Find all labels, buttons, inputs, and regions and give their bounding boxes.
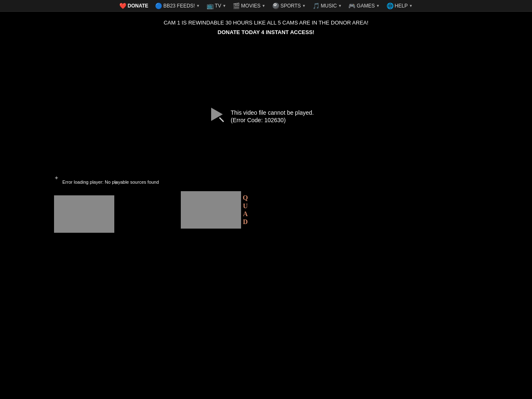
music-icon: 🎵 bbox=[313, 2, 320, 9]
help-arrow: ▼ bbox=[409, 4, 413, 8]
thumb1-icon-left: ✦ bbox=[54, 175, 59, 181]
bb23-nav-item[interactable]: 🔵 BB23 FEEDS! ▼ bbox=[153, 2, 202, 10]
thumbnail1-image[interactable] bbox=[54, 195, 114, 233]
navigation-bar: ❤️ DONATE 🔵 BB23 FEEDS! ▼ 📺 TV ▼ 🎬 MOVIE… bbox=[0, 0, 532, 12]
tv-nav-item[interactable]: 📺 TV ▼ bbox=[204, 2, 229, 10]
sports-nav-item[interactable]: 🎱 SPORTS ▼ bbox=[270, 2, 308, 10]
tv-label: TV bbox=[215, 3, 221, 9]
promo-line1: CAM 1 IS REWINDABLE 30 HOURS LIKE ALL 5 … bbox=[164, 18, 369, 27]
donate-label: DONATE bbox=[128, 3, 148, 9]
quad-q: Q bbox=[243, 194, 249, 202]
bb23-arrow: ▼ bbox=[196, 4, 200, 8]
quad-u: U bbox=[243, 202, 249, 210]
music-arrow: ▼ bbox=[338, 4, 342, 8]
sports-label: SPORTS bbox=[281, 3, 301, 9]
thumbnail1-error-text: Error loading player: No playable source… bbox=[62, 180, 159, 185]
promo-line2: DONATE TODAY 4 INSTANT ACCESS! bbox=[164, 27, 369, 37]
video-player: This video file cannot be played. (Error… bbox=[133, 50, 399, 183]
thumb1-icon-right: ✦ bbox=[113, 180, 118, 186]
quad-d: D bbox=[243, 218, 249, 226]
player-error-text: This video file cannot be played. (Error… bbox=[231, 108, 314, 124]
thumb2-icon-left: ✦ bbox=[181, 200, 186, 206]
tv-icon: 📺 bbox=[207, 2, 214, 9]
quad-label: Q U A D bbox=[243, 194, 249, 226]
games-nav-item[interactable]: 🎮 GAMES ▼ bbox=[346, 2, 382, 10]
music-nav-item[interactable]: 🎵 MUSIC ▼ bbox=[310, 2, 345, 10]
music-label: MUSIC bbox=[321, 3, 337, 9]
help-nav-item[interactable]: 🌐 HELP ▼ bbox=[384, 2, 415, 10]
movies-label: MOVIES bbox=[241, 3, 261, 9]
tv-arrow: ▼ bbox=[222, 4, 226, 8]
games-label: GAMES bbox=[357, 3, 374, 9]
movies-nav-item[interactable]: 🎬 MOVIES ▼ bbox=[230, 2, 268, 10]
error-line1: This video file cannot be played. bbox=[231, 109, 314, 116]
donate-nav-item[interactable]: ❤️ DONATE bbox=[117, 2, 151, 10]
movies-icon: 🎬 bbox=[233, 2, 240, 9]
player-error-icon bbox=[208, 106, 224, 126]
games-arrow: ▼ bbox=[376, 4, 380, 8]
help-label: HELP bbox=[395, 3, 408, 9]
error-line2: (Error Code: 102630) bbox=[231, 117, 314, 123]
heart-icon: ❤️ bbox=[119, 2, 126, 9]
sports-arrow: ▼ bbox=[302, 4, 306, 8]
promo-text: CAM 1 IS REWINDABLE 30 HOURS LIKE ALL 5 … bbox=[164, 18, 369, 37]
thumbnail-section-1: ✦ Error loading player: No playable sour… bbox=[54, 187, 114, 233]
sports-icon: 🎱 bbox=[272, 2, 279, 9]
bb23-label: BB23 FEEDS! bbox=[163, 3, 195, 9]
help-icon: 🌐 bbox=[387, 2, 394, 9]
thumbnail-section-2: ✦ Q U A D bbox=[181, 191, 249, 229]
bb23-icon: 🔵 bbox=[155, 2, 162, 9]
thumbnails-row: ✦ Error loading player: No playable sour… bbox=[0, 187, 532, 233]
thumbnail2-image[interactable] bbox=[181, 191, 241, 229]
svg-line-1 bbox=[219, 118, 224, 122]
games-icon: 🎮 bbox=[348, 2, 355, 9]
quad-a: A bbox=[243, 210, 249, 218]
main-content: CAM 1 IS REWINDABLE 30 HOURS LIKE ALL 5 … bbox=[0, 12, 532, 233]
movies-arrow: ▼ bbox=[262, 4, 266, 8]
